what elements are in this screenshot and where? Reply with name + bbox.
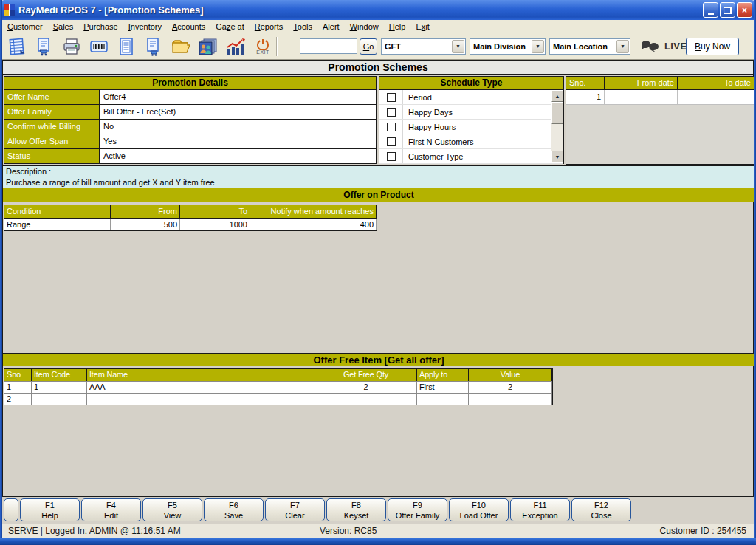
- sno-cell[interactable]: 2: [4, 394, 32, 405]
- period-checkbox[interactable]: [387, 93, 396, 102]
- sales-chart-icon[interactable]: [225, 35, 246, 58]
- scrollbar-thumb[interactable]: [551, 102, 563, 124]
- item-code-cell[interactable]: [32, 394, 87, 405]
- f7-clear-button[interactable]: F7Clear: [265, 498, 325, 521]
- sales-invoice-icon[interactable]: [34, 35, 55, 58]
- exit-icon[interactable]: EXIT: [252, 35, 273, 58]
- apply-to-cell[interactable]: [417, 394, 469, 405]
- chevron-down-icon[interactable]: ▼: [616, 40, 629, 53]
- scrollbar[interactable]: ▲ ▼: [551, 90, 563, 162]
- f6-save-button[interactable]: F6Save: [204, 498, 264, 521]
- window-title: RayMedi RPOS 7 - [Promotion Schemes]: [18, 4, 703, 16]
- apply-to-cell[interactable]: First: [417, 382, 469, 393]
- list-item[interactable]: Happy Days: [379, 105, 563, 120]
- field-label: Status: [4, 149, 100, 163]
- schedule-sno-cell[interactable]: 1: [566, 90, 605, 105]
- f11-exception-button[interactable]: F11Exception: [510, 498, 570, 521]
- division-select[interactable]: Main Division ▼: [470, 38, 546, 55]
- happy-days-checkbox[interactable]: [387, 108, 396, 117]
- first-n-customers-checkbox[interactable]: [387, 137, 396, 146]
- printer-icon[interactable]: [61, 35, 82, 58]
- scroll-up-icon[interactable]: ▲: [551, 90, 563, 102]
- condition-cell[interactable]: Range: [4, 219, 111, 230]
- get-free-qty-cell[interactable]: 2: [315, 382, 417, 393]
- menu-gaze-at[interactable]: Gaze at: [210, 21, 250, 32]
- menu-exit[interactable]: Exit: [410, 21, 434, 32]
- list-item[interactable]: Period: [379, 90, 563, 105]
- schedule-to-date-cell[interactable]: [678, 90, 755, 105]
- stock-list-icon[interactable]: [116, 35, 137, 58]
- f8-keyset-button[interactable]: F8Keyset: [326, 498, 386, 521]
- description-panel: Description : Purchase a range of bill a…: [3, 165, 755, 188]
- purchase-order-icon[interactable]: [143, 35, 164, 58]
- close-button[interactable]: ×: [737, 2, 752, 18]
- accounts-ledger-icon[interactable]: [7, 35, 27, 58]
- page-title: Promotion Schemes: [3, 61, 753, 75]
- window-frame-bottom: [0, 538, 756, 545]
- f1-help-button[interactable]: F1Help: [20, 498, 80, 521]
- detail-row: Status Active: [4, 149, 377, 164]
- company-select[interactable]: GFT ▼: [381, 38, 466, 55]
- menu-customer[interactable]: Customer: [2, 21, 48, 32]
- item-name-cell[interactable]: AAA: [87, 382, 315, 393]
- minimize-button[interactable]: [703, 2, 718, 18]
- menu-tools[interactable]: Tools: [288, 21, 317, 32]
- go-button[interactable]: Go: [360, 38, 377, 55]
- offer-name-field[interactable]: Offer4: [100, 90, 377, 104]
- get-free-qty-cell[interactable]: [315, 394, 417, 405]
- value-cell[interactable]: 2: [469, 382, 552, 393]
- menu-sales[interactable]: Sales: [48, 21, 79, 32]
- list-item[interactable]: First N Customers: [379, 134, 563, 149]
- allow-offer-span-field[interactable]: Yes: [100, 134, 377, 148]
- f4-edit-button[interactable]: F4Edit: [81, 498, 141, 521]
- chevron-down-icon[interactable]: ▼: [532, 40, 544, 53]
- menu-window[interactable]: Window: [345, 21, 384, 32]
- restore-button[interactable]: [720, 2, 735, 18]
- item-code-cell[interactable]: 1: [32, 382, 87, 393]
- customer-type-checkbox[interactable]: [387, 152, 396, 161]
- confirm-while-billing-field[interactable]: No: [100, 120, 377, 134]
- app-window: RayMedi RPOS 7 - [Promotion Schemes] × C…: [0, 0, 756, 545]
- customers-icon[interactable]: [198, 35, 219, 58]
- menu-purchase[interactable]: Purchase: [78, 21, 123, 32]
- list-item[interactable]: Happy Hours: [379, 120, 563, 134]
- column-header: Condition: [4, 205, 111, 218]
- menu-reports[interactable]: Reports: [250, 21, 289, 32]
- scroll-down-icon[interactable]: ▼: [551, 151, 563, 162]
- item-name-cell[interactable]: [87, 394, 315, 405]
- table-row: 2: [4, 393, 552, 405]
- column-header: Notify when amount reaches: [250, 205, 377, 218]
- from-cell[interactable]: 500: [111, 219, 180, 230]
- spacer-button[interactable]: [4, 498, 18, 521]
- f10-load-offer-button[interactable]: F10Load Offer: [449, 498, 509, 521]
- menu-alert[interactable]: Alert: [317, 21, 345, 32]
- buy-now-button[interactable]: Buy Now: [686, 38, 739, 55]
- status-field[interactable]: Active: [100, 149, 377, 163]
- menu-accounts[interactable]: Accounts: [167, 21, 210, 32]
- f9-offer-family-button[interactable]: F9Offer Family: [388, 498, 447, 521]
- close-icon: ×: [742, 5, 747, 16]
- sno-cell[interactable]: 1: [4, 382, 32, 393]
- app-icon-square: [4, 10, 9, 16]
- search-input[interactable]: [300, 38, 357, 54]
- menu-inventory[interactable]: Inventory: [123, 21, 167, 32]
- description-label: Description :: [6, 166, 752, 177]
- to-cell[interactable]: 1000: [180, 219, 250, 230]
- table-header-row: Condition From To Notify when amount rea…: [4, 205, 377, 218]
- list-item[interactable]: Customer Type: [379, 149, 563, 164]
- value-cell[interactable]: [469, 394, 552, 405]
- location-select[interactable]: Main Location ▼: [549, 38, 630, 55]
- happy-hours-checkbox[interactable]: [387, 123, 396, 131]
- schedule-type-header: Schedule Type: [379, 76, 564, 90]
- menu-help[interactable]: Help: [384, 21, 411, 32]
- detail-row: Confirm while Billing No: [4, 120, 377, 134]
- notify-cell[interactable]: 400: [250, 219, 377, 230]
- chevron-down-icon[interactable]: ▼: [452, 40, 464, 53]
- barcode-icon[interactable]: [89, 35, 109, 58]
- f12-close-button[interactable]: F12Close: [571, 498, 631, 521]
- open-folder-icon[interactable]: [171, 35, 191, 58]
- schedule-from-date-cell[interactable]: [605, 90, 678, 105]
- f5-view-button[interactable]: F5View: [142, 498, 202, 521]
- column-header: Item Name: [87, 369, 315, 381]
- offer-family-field[interactable]: Bill Offer - Free(Set): [100, 105, 377, 119]
